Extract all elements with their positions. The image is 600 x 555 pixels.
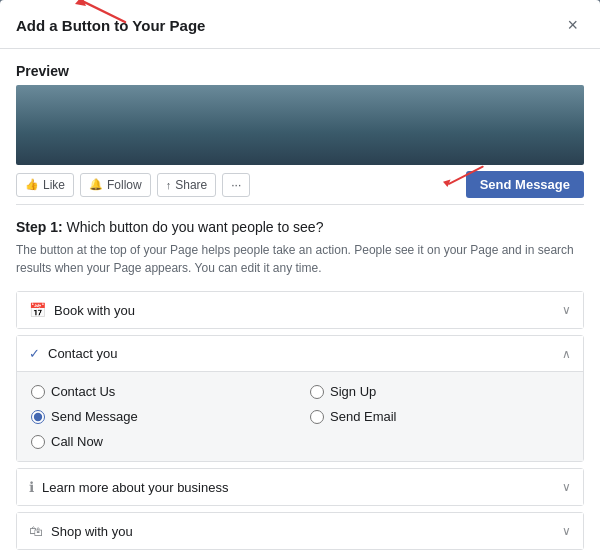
check-icon: ✓ [29,346,40,361]
info-icon: ℹ [29,479,34,495]
chevron-down-icon: ∨ [562,303,571,317]
more-options-button[interactable]: ··· [222,173,250,197]
accordion-shop-header[interactable]: 🛍 Shop with you ∨ [17,513,583,549]
step-number: Step 1: [16,219,63,235]
share-label: Share [175,178,207,192]
share-button[interactable]: ↑ Share [157,173,217,197]
accordion-book-label: Book with you [54,303,135,318]
preview-image [16,85,584,165]
like-icon: 👍 [25,178,39,191]
share-icon: ↑ [166,179,172,191]
step-title: Step 1: Which button do you want people … [16,219,584,235]
send-message-radio[interactable] [31,410,45,424]
send-message-option[interactable]: Send Message [31,407,290,426]
follow-icon: 🔔 [89,178,103,191]
accordion-contact-header[interactable]: ✓ Contact you ∧ [17,336,583,372]
accordion-contact-left: ✓ Contact you [29,346,117,361]
send-message-radio-label: Send Message [51,409,138,424]
send-message-arrow [434,161,494,194]
accordion-contact-content: Contact Us Sign Up [17,372,583,461]
step-description: The button at the top of your Page helps… [16,241,584,277]
follow-button[interactable]: 🔔 Follow [80,173,151,197]
page-actions-bar: 👍 Like 🔔 Follow ↑ Share ··· Send Message [16,165,584,205]
send-email-option[interactable]: Send Email [310,407,569,426]
accordion-learn: ℹ Learn more about your business ∨ [16,468,584,506]
step-question: Which button do you want people to see? [67,219,324,235]
modal-body: Preview 👍 Like 🔔 Follow ↑ Share ··· Send… [0,49,600,555]
preview-image-bg [16,85,584,165]
add-button-modal: Add a Button to Your Page × Preview 👍 Li… [0,0,600,555]
follow-label: Follow [107,178,142,192]
calendar-icon: 📅 [29,302,46,318]
contact-options-grid: Contact Us Sign Up [31,382,569,451]
accordion-contact: ✓ Contact you ∧ Contact Us Sign Up [16,335,584,462]
sign-up-radio[interactable] [310,385,324,399]
accordion-learn-label: Learn more about your business [42,480,228,495]
close-button[interactable]: × [561,14,584,36]
modal-header: Add a Button to Your Page × [0,0,600,49]
accordion-book: 📅 Book with you ∨ [16,291,584,329]
like-label: Like [43,178,65,192]
chevron-down-icon-learn: ∨ [562,480,571,494]
accordion-shop-left: 🛍 Shop with you [29,523,133,539]
accordion-book-left: 📅 Book with you [29,302,135,318]
call-now-option[interactable]: Call Now [31,432,290,451]
accordion-contact-label: Contact you [48,346,117,361]
contact-us-option[interactable]: Contact Us [31,382,290,401]
accordion-book-header[interactable]: 📅 Book with you ∨ [17,292,583,328]
accordion-learn-left: ℹ Learn more about your business [29,479,228,495]
accordion-learn-header[interactable]: ℹ Learn more about your business ∨ [17,469,583,505]
shopping-icon: 🛍 [29,523,43,539]
sign-up-label: Sign Up [330,384,376,399]
contact-us-label: Contact Us [51,384,115,399]
call-now-label: Call Now [51,434,103,449]
contact-us-radio[interactable] [31,385,45,399]
modal-title: Add a Button to Your Page [16,17,205,34]
accordion-shop-label: Shop with you [51,524,133,539]
like-button[interactable]: 👍 Like [16,173,74,197]
chevron-up-icon: ∧ [562,347,571,361]
accordion-shop: 🛍 Shop with you ∨ [16,512,584,550]
call-now-radio[interactable] [31,435,45,449]
chevron-down-icon-shop: ∨ [562,524,571,538]
send-email-label: Send Email [330,409,396,424]
send-email-radio[interactable] [310,410,324,424]
sign-up-option[interactable]: Sign Up [310,382,569,401]
preview-label: Preview [16,63,584,79]
